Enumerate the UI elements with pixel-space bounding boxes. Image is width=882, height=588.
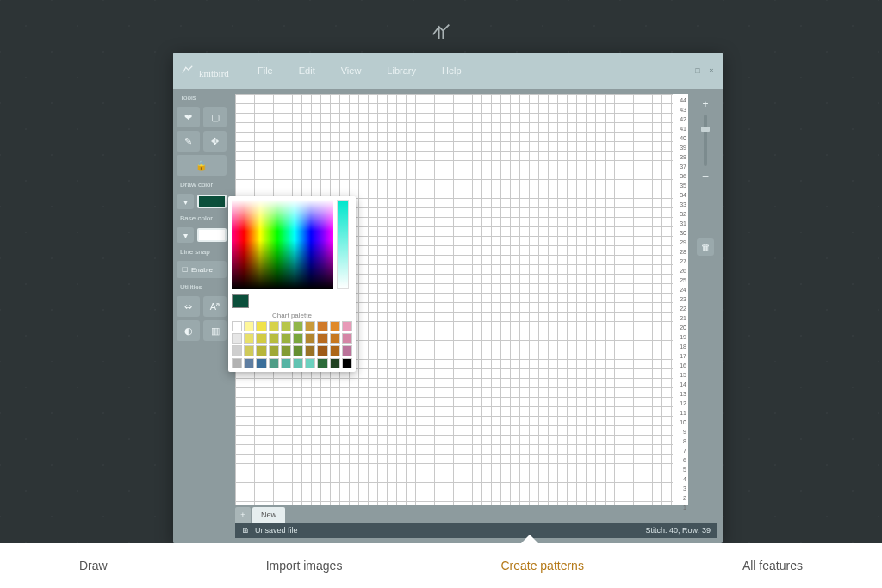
draw-color-swatch[interactable] [197,195,227,208]
palette-swatch[interactable] [342,333,352,344]
utilities-label: Utilities [177,282,227,293]
utility-document[interactable]: ▥ [203,320,227,341]
palette-swatch[interactable] [244,321,254,331]
tool-lock[interactable]: 🔒 [177,155,227,176]
tab-new[interactable]: New [252,507,285,523]
palette-swatch[interactable] [342,321,352,331]
palette-swatch[interactable] [317,321,327,331]
zoom-in-button[interactable]: + [699,97,712,111]
tool-stamp[interactable]: ❤ [177,107,200,127]
utility-palette[interactable]: ◐ [177,320,200,341]
tool-move[interactable]: ✥ [203,131,227,152]
palette-swatch[interactable] [330,333,340,344]
nav-import[interactable]: Import images [266,559,343,573]
brand-text: knitbird [199,68,229,78]
tools-label: Tools [177,92,227,103]
palette-swatch[interactable] [293,321,303,331]
tab-add[interactable]: + [235,507,251,523]
palette-swatch[interactable] [317,345,327,356]
palette-swatch[interactable] [330,321,340,331]
titlebar: knitbird File Edit View Library Help – □… [173,53,723,89]
document-tabs: + New [235,505,717,523]
palette-swatch[interactable] [244,333,254,344]
menu-edit[interactable]: Edit [299,65,315,76]
palette-swatch[interactable] [232,333,242,344]
palette-swatch[interactable] [293,345,303,356]
palette-swatch[interactable] [305,321,315,331]
zoom-out-button[interactable]: – [699,170,712,183]
base-color-swatch[interactable] [197,228,227,242]
utility-text[interactable]: Aª [203,296,227,317]
palette-swatch[interactable] [269,345,279,356]
zoom-slider[interactable] [704,115,707,166]
palette-swatch[interactable] [256,333,266,344]
checkbox-icon: ☐ [182,266,188,274]
palette-swatch[interactable] [305,358,315,368]
palette-swatch[interactable] [281,358,291,368]
nav-draw[interactable]: Draw [79,559,108,573]
palette-swatch[interactable] [293,358,303,368]
hue-slider[interactable] [337,200,349,289]
menu-view[interactable]: View [341,65,362,76]
draw-color-icon: ▾ [177,194,194,209]
color-picker-popover: Chart palette [228,196,356,372]
file-icon: 🗎 [242,526,250,535]
enable-text: Enable [191,266,213,274]
tool-eyedropper[interactable]: ✎ [177,131,200,152]
color-spectrum[interactable] [232,200,333,289]
palette-swatch[interactable] [317,358,327,368]
draw-color-label: Draw color [177,179,227,190]
palette-swatch[interactable] [317,333,327,344]
line-snap-label: Line snap [177,246,227,257]
menu-help[interactable]: Help [442,65,462,76]
palette-swatch[interactable] [305,333,315,344]
maximize-button[interactable]: □ [693,66,702,75]
palette-swatch[interactable] [256,345,266,356]
trash-button[interactable]: 🗑 [697,238,714,256]
palette-swatch[interactable] [330,358,340,368]
palette-swatch[interactable] [269,358,279,368]
palette-swatch[interactable] [342,358,352,368]
palette-swatch[interactable] [342,345,352,356]
palette-swatch[interactable] [256,321,266,331]
brand: knitbird [180,63,240,78]
zoom-rail: + – 🗑 [693,94,717,505]
close-button[interactable]: × [707,66,716,75]
menu-file[interactable]: File [258,65,273,76]
main-menu: File Edit View Library Help [258,65,462,76]
palette-swatch[interactable] [244,358,254,368]
palette-swatch[interactable] [293,333,303,344]
minimize-button[interactable]: – [680,66,688,75]
current-color-swatch [232,294,249,308]
row-numbers: 4443424140393837363534333231302928272625… [673,94,688,505]
menu-library[interactable]: Library [387,65,416,76]
palette-swatch[interactable] [244,345,254,356]
sidebar: Tools ❤ ▢ ✎ ✥ 🔒 Draw color ▾ Base color … [173,89,230,543]
palette-swatch[interactable] [232,321,242,331]
palette-swatch[interactable] [281,333,291,344]
palette-swatch[interactable] [281,345,291,356]
palette-swatch[interactable] [232,358,242,368]
base-color-icon: ▾ [177,227,194,243]
nav-create[interactable]: Create patterns [500,559,584,573]
window-controls: – □ × [680,66,716,75]
nav-caret-icon [521,535,538,543]
palette-swatch[interactable] [330,345,340,356]
status-file: Unsaved file [255,526,298,535]
palette-swatch[interactable] [305,345,315,356]
palette-swatch[interactable] [281,321,291,331]
utility-mirror[interactable]: ⇔ [177,296,200,317]
chart-palette-label: Chart palette [232,312,352,319]
palette-swatch[interactable] [232,345,242,356]
line-snap-enable[interactable]: ☐ Enable [177,261,227,278]
site-nav: Draw Import images Create patterns All f… [0,543,882,588]
zoom-thumb[interactable] [701,127,710,132]
tool-select[interactable]: ▢ [203,107,227,127]
palette-swatch[interactable] [269,333,279,344]
base-color-label: Base color [177,213,227,224]
palette-swatch[interactable] [269,321,279,331]
nav-all[interactable]: All features [742,559,803,573]
palette-swatch[interactable] [256,358,266,368]
site-logo-icon [429,21,453,49]
status-stitch: Stitch: 40, Row: 39 [645,526,711,535]
